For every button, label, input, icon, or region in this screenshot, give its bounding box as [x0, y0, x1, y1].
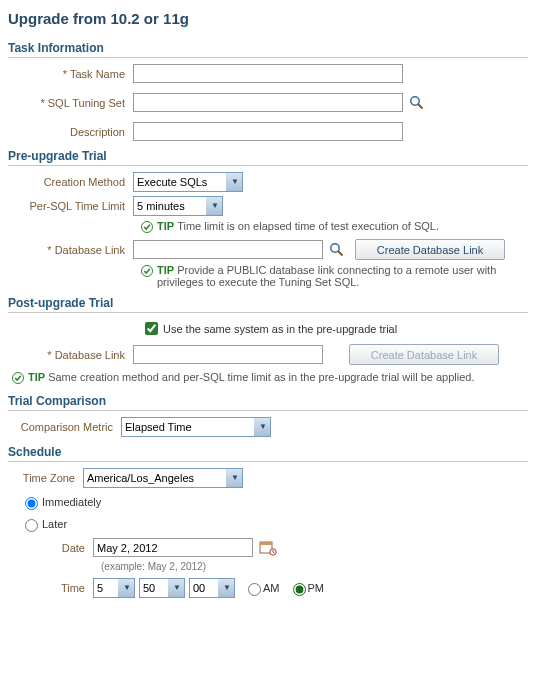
dblink-label: * Database Link: [18, 244, 133, 256]
pm-label: PM: [308, 582, 325, 594]
section-pre-upgrade: Pre-upgrade Trial: [8, 149, 528, 166]
metric-select[interactable]: Elapsed Time: [121, 417, 271, 437]
dblink-input[interactable]: [133, 240, 323, 259]
check-icon: [141, 221, 153, 235]
time-label: Time: [18, 582, 93, 594]
per-sql-limit-label: Per-SQL Time Limit: [18, 200, 133, 212]
tip-text: Provide a PUBLIC database link connectin…: [157, 264, 496, 288]
tip-label: TIP: [28, 371, 45, 383]
post-dblink-input[interactable]: [133, 345, 323, 364]
create-dblink-button[interactable]: Create Database Link: [355, 239, 505, 260]
date-example: (example: May 2, 2012): [8, 561, 528, 572]
am-radio[interactable]: [248, 583, 261, 596]
immediately-radio[interactable]: [25, 497, 38, 510]
immediately-label: Immediately: [42, 496, 101, 508]
search-icon[interactable]: [409, 95, 425, 111]
minute-select[interactable]: 50: [139, 578, 185, 598]
svg-point-0: [411, 96, 419, 104]
post-dblink-label: * Database Link: [18, 349, 133, 361]
search-icon[interactable]: [329, 242, 345, 258]
same-system-checkbox[interactable]: [145, 322, 158, 335]
svg-point-3: [331, 243, 339, 251]
am-radio-wrap[interactable]: AM: [243, 580, 280, 596]
page-title: Upgrade from 10.2 or 11g: [8, 10, 528, 27]
check-icon: [12, 372, 24, 386]
pm-radio-wrap[interactable]: PM: [288, 580, 325, 596]
task-name-label: * Task Name: [18, 68, 133, 80]
metric-label: Comparison Metric: [8, 421, 121, 433]
section-task-info: Task Information: [8, 41, 528, 58]
later-label: Later: [42, 518, 67, 530]
svg-line-1: [418, 104, 422, 108]
creation-method-select[interactable]: Execute SQLs: [133, 172, 243, 192]
tz-label: Time Zone: [8, 472, 83, 484]
same-system-label: Use the same system as in the pre-upgrad…: [163, 323, 397, 335]
description-input[interactable]: [133, 122, 403, 141]
hour-select[interactable]: 5: [93, 578, 135, 598]
tip-text: Same creation method and per-SQL time li…: [48, 371, 474, 383]
per-sql-limit-select[interactable]: 5 minutes: [133, 196, 223, 216]
later-radio[interactable]: [25, 519, 38, 532]
svg-line-4: [338, 251, 342, 255]
date-label: Date: [18, 542, 93, 554]
sts-input[interactable]: [133, 93, 403, 112]
pm-radio[interactable]: [293, 583, 306, 596]
section-comparison: Trial Comparison: [8, 394, 528, 411]
am-label: AM: [263, 582, 280, 594]
tip-text: Time limit is on elapsed time of test ex…: [177, 220, 439, 232]
check-icon: [141, 265, 153, 279]
tz-select[interactable]: America/Los_Angeles: [83, 468, 243, 488]
tip-label: TIP: [157, 264, 174, 276]
creation-method-label: Creation Method: [18, 176, 133, 188]
date-input[interactable]: [93, 538, 253, 557]
task-name-input[interactable]: [133, 64, 403, 83]
post-create-dblink-button: Create Database Link: [349, 344, 499, 365]
description-label: Description: [18, 126, 133, 138]
tip-label: TIP: [157, 220, 174, 232]
second-select[interactable]: 00: [189, 578, 235, 598]
svg-rect-8: [260, 542, 272, 545]
section-post-upgrade: Post-upgrade Trial: [8, 296, 528, 313]
section-schedule: Schedule: [8, 445, 528, 462]
sts-label: * SQL Tuning Set: [18, 97, 133, 109]
calendar-icon[interactable]: [259, 540, 277, 556]
